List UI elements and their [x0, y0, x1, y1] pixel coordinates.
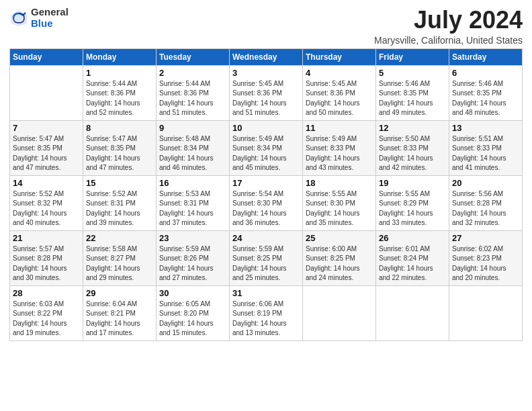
day-info: Sunrise: 6:04 AMSunset: 8:21 PMDaylight:…	[86, 300, 153, 338]
location: Marysville, California, United States	[374, 35, 523, 46]
calendar-cell: 25Sunrise: 6:00 AMSunset: 8:25 PMDayligh…	[303, 230, 376, 285]
day-number: 16	[159, 178, 226, 188]
calendar-cell: 11Sunrise: 5:49 AMSunset: 8:33 PMDayligh…	[303, 120, 376, 175]
day-info: Sunrise: 5:55 AMSunset: 8:29 PMDaylight:…	[379, 189, 446, 228]
calendar-cell: 6Sunrise: 5:46 AMSunset: 8:35 PMDaylight…	[449, 65, 523, 120]
day-info: Sunrise: 5:44 AMSunset: 8:36 PMDaylight:…	[159, 79, 226, 118]
calendar-header: SundayMondayTuesdayWednesdayThursdayFrid…	[10, 48, 523, 65]
day-number: 7	[13, 123, 80, 133]
day-number: 5	[379, 68, 446, 78]
day-number: 26	[379, 233, 446, 243]
logo-general: General	[31, 7, 69, 18]
day-number: 31	[232, 288, 300, 298]
logo-icon	[9, 9, 28, 28]
week-row-4: 28Sunrise: 6:03 AMSunset: 8:22 PMDayligh…	[10, 285, 523, 340]
day-number: 24	[232, 233, 300, 243]
calendar-table: SundayMondayTuesdayWednesdayThursdayFrid…	[9, 48, 523, 341]
header: General Blue July 2024 Marysville, Calif…	[9, 7, 523, 46]
day-number: 17	[232, 178, 300, 188]
day-info: Sunrise: 6:00 AMSunset: 8:25 PMDaylight:…	[306, 244, 373, 283]
calendar-cell: 28Sunrise: 6:03 AMSunset: 8:22 PMDayligh…	[10, 285, 83, 340]
day-info: Sunrise: 5:51 AMSunset: 8:33 PMDaylight:…	[452, 134, 519, 173]
day-number: 9	[159, 123, 226, 133]
day-number: 18	[306, 178, 373, 188]
day-number: 2	[159, 68, 226, 78]
day-number: 14	[13, 178, 80, 188]
day-info: Sunrise: 5:59 AMSunset: 8:25 PMDaylight:…	[232, 244, 300, 283]
day-number: 23	[159, 233, 226, 243]
day-number: 13	[452, 123, 519, 133]
calendar-cell: 20Sunrise: 5:56 AMSunset: 8:28 PMDayligh…	[449, 175, 523, 230]
day-number: 28	[13, 288, 80, 298]
day-info: Sunrise: 6:06 AMSunset: 8:19 PMDaylight:…	[232, 300, 300, 338]
calendar-cell: 22Sunrise: 5:58 AMSunset: 8:27 PMDayligh…	[83, 230, 157, 285]
day-info: Sunrise: 5:48 AMSunset: 8:34 PMDaylight:…	[159, 134, 226, 173]
day-number: 4	[306, 68, 373, 78]
day-number: 25	[306, 233, 373, 243]
calendar-cell: 15Sunrise: 5:52 AMSunset: 8:31 PMDayligh…	[83, 175, 157, 230]
calendar-cell: 8Sunrise: 5:47 AMSunset: 8:35 PMDaylight…	[83, 120, 157, 175]
calendar-cell: 27Sunrise: 6:02 AMSunset: 8:23 PMDayligh…	[449, 230, 523, 285]
day-info: Sunrise: 6:01 AMSunset: 8:24 PMDaylight:…	[379, 244, 446, 283]
calendar-cell: 3Sunrise: 5:45 AMSunset: 8:36 PMDaylight…	[230, 65, 303, 120]
page-container: General Blue July 2024 Marysville, Calif…	[0, 0, 532, 347]
calendar-cell: 12Sunrise: 5:50 AMSunset: 8:33 PMDayligh…	[376, 120, 449, 175]
calendar-cell: 14Sunrise: 5:52 AMSunset: 8:32 PMDayligh…	[10, 175, 83, 230]
calendar-cell: 26Sunrise: 6:01 AMSunset: 8:24 PMDayligh…	[376, 230, 449, 285]
day-info: Sunrise: 5:50 AMSunset: 8:33 PMDaylight:…	[379, 134, 446, 173]
day-number: 15	[86, 178, 153, 188]
day-number: 30	[159, 288, 226, 298]
calendar-cell: 30Sunrise: 6:05 AMSunset: 8:20 PMDayligh…	[157, 285, 230, 340]
day-info: Sunrise: 5:55 AMSunset: 8:30 PMDaylight:…	[306, 189, 373, 228]
calendar-cell: 18Sunrise: 5:55 AMSunset: 8:30 PMDayligh…	[303, 175, 376, 230]
calendar-cell: 7Sunrise: 5:47 AMSunset: 8:35 PMDaylight…	[10, 120, 83, 175]
calendar-cell: 19Sunrise: 5:55 AMSunset: 8:29 PMDayligh…	[376, 175, 449, 230]
day-number: 19	[379, 178, 446, 188]
day-info: Sunrise: 5:52 AMSunset: 8:32 PMDaylight:…	[13, 189, 80, 228]
calendar-cell: 2Sunrise: 5:44 AMSunset: 8:36 PMDaylight…	[157, 65, 230, 120]
day-number: 21	[13, 233, 80, 243]
day-number: 11	[306, 123, 373, 133]
week-row-3: 21Sunrise: 5:57 AMSunset: 8:28 PMDayligh…	[10, 230, 523, 285]
day-number: 1	[86, 68, 153, 78]
day-info: Sunrise: 5:46 AMSunset: 8:35 PMDaylight:…	[452, 79, 519, 118]
header-saturday: Saturday	[449, 48, 523, 65]
calendar-cell: 23Sunrise: 5:59 AMSunset: 8:26 PMDayligh…	[157, 230, 230, 285]
logo: General Blue	[9, 7, 69, 29]
day-info: Sunrise: 5:44 AMSunset: 8:36 PMDaylight:…	[86, 79, 153, 118]
day-number: 10	[232, 123, 300, 133]
month-year: July 2024	[374, 7, 523, 34]
day-info: Sunrise: 5:47 AMSunset: 8:35 PMDaylight:…	[13, 134, 80, 173]
day-info: Sunrise: 5:59 AMSunset: 8:26 PMDaylight:…	[159, 244, 226, 283]
day-info: Sunrise: 6:05 AMSunset: 8:20 PMDaylight:…	[159, 300, 226, 338]
day-number: 3	[232, 68, 300, 78]
week-row-0: 1Sunrise: 5:44 AMSunset: 8:36 PMDaylight…	[10, 65, 523, 120]
logo-text: General Blue	[31, 7, 69, 29]
day-number: 8	[86, 123, 153, 133]
day-number: 6	[452, 68, 519, 78]
header-sunday: Sunday	[10, 48, 83, 65]
calendar-body: 1Sunrise: 5:44 AMSunset: 8:36 PMDaylight…	[10, 65, 523, 340]
calendar-cell	[376, 285, 449, 340]
day-info: Sunrise: 5:49 AMSunset: 8:33 PMDaylight:…	[306, 134, 373, 173]
calendar-cell: 24Sunrise: 5:59 AMSunset: 8:25 PMDayligh…	[230, 230, 303, 285]
day-info: Sunrise: 5:47 AMSunset: 8:35 PMDaylight:…	[86, 134, 153, 173]
calendar-cell: 9Sunrise: 5:48 AMSunset: 8:34 PMDaylight…	[157, 120, 230, 175]
day-info: Sunrise: 5:46 AMSunset: 8:35 PMDaylight:…	[379, 79, 446, 118]
calendar-cell: 10Sunrise: 5:49 AMSunset: 8:34 PMDayligh…	[230, 120, 303, 175]
day-info: Sunrise: 5:57 AMSunset: 8:28 PMDaylight:…	[13, 244, 80, 283]
day-info: Sunrise: 5:52 AMSunset: 8:31 PMDaylight:…	[86, 189, 153, 228]
day-info: Sunrise: 5:54 AMSunset: 8:30 PMDaylight:…	[232, 189, 300, 228]
day-number: 22	[86, 233, 153, 243]
day-info: Sunrise: 6:03 AMSunset: 8:22 PMDaylight:…	[13, 300, 80, 338]
header-wednesday: Wednesday	[230, 48, 303, 65]
calendar-cell: 5Sunrise: 5:46 AMSunset: 8:35 PMDaylight…	[376, 65, 449, 120]
day-info: Sunrise: 5:49 AMSunset: 8:34 PMDaylight:…	[232, 134, 300, 173]
day-info: Sunrise: 5:56 AMSunset: 8:28 PMDaylight:…	[452, 189, 519, 228]
calendar-cell: 21Sunrise: 5:57 AMSunset: 8:28 PMDayligh…	[10, 230, 83, 285]
day-info: Sunrise: 5:45 AMSunset: 8:36 PMDaylight:…	[232, 79, 300, 118]
day-info: Sunrise: 5:53 AMSunset: 8:31 PMDaylight:…	[159, 189, 226, 228]
calendar-cell: 29Sunrise: 6:04 AMSunset: 8:21 PMDayligh…	[83, 285, 157, 340]
day-info: Sunrise: 6:02 AMSunset: 8:23 PMDaylight:…	[452, 244, 519, 283]
header-monday: Monday	[83, 48, 157, 65]
